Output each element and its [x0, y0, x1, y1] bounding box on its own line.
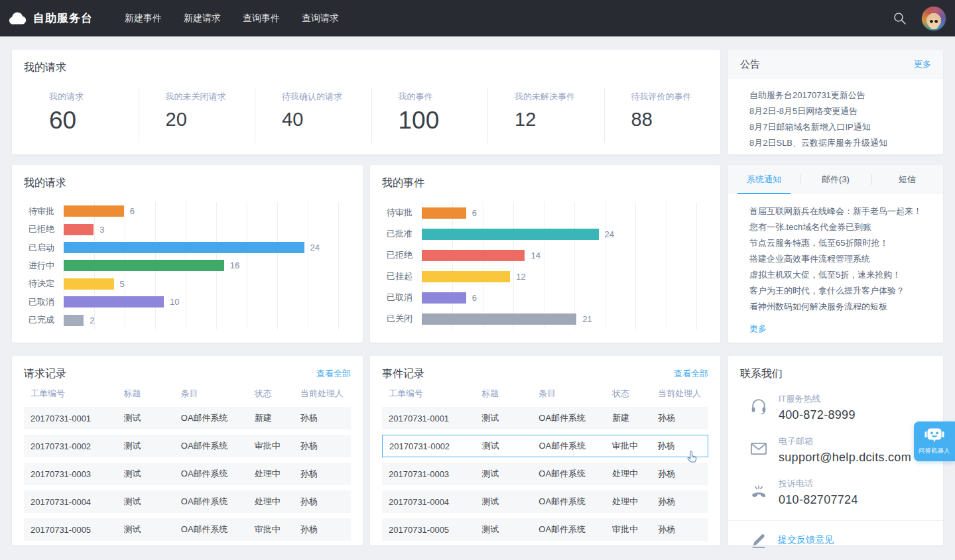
column-header: 条目 [532, 388, 605, 400]
notification-item[interactable]: 看神州数码如何解决服务流程的短板 [749, 299, 931, 315]
contact-item: 投诉电话010-82707724 [749, 478, 943, 510]
table-row[interactable]: 20170731-0002测试OA邮件系统审批中孙杨 [24, 435, 351, 457]
notification-item[interactable]: 您有一张.tech域名代金券已到账 [749, 219, 931, 235]
tab-3[interactable]: 短信 [871, 165, 943, 194]
table-cell: 测试 [117, 440, 174, 452]
incident-records-card: 事件记录 查看全部 工单编号标题条目状态当前处理人 20170731-0001测… [370, 356, 720, 545]
nav-item-4[interactable]: 查询请求 [302, 0, 339, 36]
table-cell: 孙杨 [651, 412, 708, 424]
stat-item[interactable]: 我的未解决事件12 [487, 88, 604, 143]
table-row[interactable]: 20170731-0003测试OA邮件系统处理中孙杨 [24, 463, 351, 485]
chart-row: 已批准24 [381, 228, 702, 240]
notifications-list: 首届互联网新兵在线峰会：新手老鸟一起来！您有一张.tech域名代金券已到账节点云… [728, 203, 943, 315]
stat-item[interactable]: 我的事件100 [371, 88, 488, 143]
chart-category-label: 已取消 [381, 292, 422, 304]
table-row[interactable]: 20170731-0003测试OA邮件系统处理中孙杨 [382, 463, 708, 485]
qa-robot-button[interactable]: 问答机器人 [914, 421, 955, 461]
robot-icon [924, 427, 944, 445]
table-cell: 20170731-0004 [24, 497, 117, 507]
announcements-more-link[interactable]: 更多 [914, 58, 931, 70]
pencil-icon [749, 531, 768, 549]
contact-value: support@help.dcits.com [779, 451, 911, 465]
table-cell: 20170731-0002 [383, 441, 476, 451]
tab-1[interactable]: 系统通知 [728, 165, 800, 194]
nav-item-2[interactable]: 新建请求 [184, 0, 221, 36]
user-avatar[interactable] [922, 7, 946, 30]
search-icon[interactable] [891, 11, 907, 27]
chart-bar-area: 10 [64, 296, 344, 308]
stats-row: 我的请求60我的未关闭请求20待我确认的请求40我的事件100我的未解决事件12… [12, 88, 720, 143]
stat-item[interactable]: 待我评价的事件88 [604, 88, 721, 143]
chart-value-label: 14 [531, 251, 540, 260]
notification-item[interactable]: 首届互联网新兵在线峰会：新手老鸟一起来！ [749, 203, 931, 219]
submit-feedback-link[interactable]: 提交反馈意见 [728, 521, 943, 549]
table-cell: 处理中 [605, 496, 651, 508]
chart-category-label: 已取消 [23, 296, 64, 308]
table-cell: 20170731-0004 [382, 497, 475, 507]
stat-item[interactable]: 我的未关闭请求20 [139, 88, 255, 143]
table-row[interactable]: 20170731-0005测试OA邮件系统审批中孙杨 [382, 518, 708, 541]
chart-title: 我的请求 [12, 165, 363, 190]
chart-category-label: 已启动 [23, 242, 64, 254]
chart-row: 已拒绝3 [23, 223, 344, 235]
nav-item-3[interactable]: 查询事件 [243, 0, 280, 36]
table-row[interactable]: 20170731-0001测试OA邮件系统新建孙杨 [382, 407, 708, 429]
notifications-tabbar: 系统通知邮件(3)短信 [728, 165, 943, 194]
chart-category-label: 待审批 [23, 205, 64, 217]
chart-row: 已关闭21 [381, 313, 702, 325]
chart-row: 已完成2 [23, 314, 344, 326]
table-row[interactable]: 20170731-0001测试OA邮件系统新建孙杨 [24, 407, 351, 429]
table-row[interactable]: 20170731-0004测试OA邮件系统处理中孙杨 [382, 490, 708, 513]
tab-2[interactable]: 邮件(3) [800, 165, 871, 194]
incident-records-view-all-link[interactable]: 查看全部 [674, 368, 708, 380]
chart-bar [422, 313, 576, 325]
table-cell: 审批中 [605, 440, 651, 452]
contact-value: 010-82707724 [779, 493, 858, 507]
table-title: 事件记录 [370, 356, 720, 381]
table-cell: 孙杨 [294, 496, 351, 508]
table-cell: OA邮件系统 [174, 524, 248, 535]
table-cell: 处理中 [248, 468, 294, 480]
chart-value-label: 3 [99, 225, 104, 235]
table-cell: 审批中 [248, 524, 294, 535]
notifications-more-link[interactable]: 更多 [749, 323, 767, 335]
table-cell: 测试 [476, 440, 533, 452]
headset-icon [749, 397, 768, 416]
request-records-view-all-link[interactable]: 查看全部 [316, 368, 351, 380]
stat-value: 40 [282, 108, 371, 131]
stat-value: 88 [631, 108, 721, 131]
table-cell: 测试 [475, 496, 532, 508]
chart-bar [422, 271, 510, 282]
table-row[interactable]: 20170731-0002测试OA邮件系统审批中孙杨 [382, 435, 708, 457]
notification-item[interactable]: 客户为王的时代，拿什么提升客户体验？ [749, 283, 931, 299]
table-row[interactable]: 20170731-0004测试OA邮件系统处理中孙杨 [24, 490, 351, 513]
chart-row: 待审批6 [23, 205, 344, 217]
chart-row: 待审批6 [381, 207, 702, 219]
notification-item[interactable]: 搭建企业高效事件流程管理系统 [749, 251, 931, 267]
chart-value-label: 12 [516, 272, 525, 282]
request-records-card: 请求记录 查看全部 工单编号标题条目状态当前处理人 20170731-0001测… [12, 356, 363, 545]
table-cell: OA邮件系统 [532, 412, 605, 424]
table-cell: 20170731-0001 [24, 414, 117, 423]
contact-items: IT服务热线400-872-8999电子邮箱support@help.dcits… [728, 381, 943, 510]
announcement-item[interactable]: 8月2日-8月5日网络变更通告 [749, 103, 931, 119]
brand-logo[interactable]: 自助服务台 [9, 11, 93, 26]
stat-item[interactable]: 待我确认的请求40 [255, 88, 371, 143]
announcement-item[interactable]: 8月2日SLB、云数据库服务升级通知 [749, 135, 931, 151]
notification-item[interactable]: 节点云服务特惠，低至65折限时抢！ [749, 235, 931, 251]
chart-bar-area: 6 [422, 292, 702, 304]
notification-item[interactable]: 虚拟主机双大促，低至5折，速来抢购！ [749, 267, 931, 283]
chart-bar [64, 242, 304, 253]
stat-item[interactable]: 我的请求60 [12, 88, 139, 143]
nav-item-1[interactable]: 新建事件 [125, 0, 162, 36]
table-row[interactable]: 20170731-0005测试OA邮件系统审批中孙杨 [24, 518, 351, 541]
announcement-item[interactable]: 8月7日邮箱域名新增入口IP通知 [749, 119, 931, 135]
table-cell: OA邮件系统 [532, 440, 605, 452]
table-cell: 20170731-0005 [382, 525, 475, 535]
table-body: 20170731-0001测试OA邮件系统新建孙杨20170731-0002测试… [24, 407, 351, 541]
column-header: 工单编号 [24, 388, 117, 400]
announcement-item[interactable]: 自助服务台20170731更新公告 [749, 87, 931, 103]
bar-chart: 待审批6已拒绝3已启动24进行中16待决定5已取消10已完成2 [23, 202, 344, 329]
envelope-icon [749, 439, 768, 458]
phone-complaint-icon [749, 482, 768, 500]
